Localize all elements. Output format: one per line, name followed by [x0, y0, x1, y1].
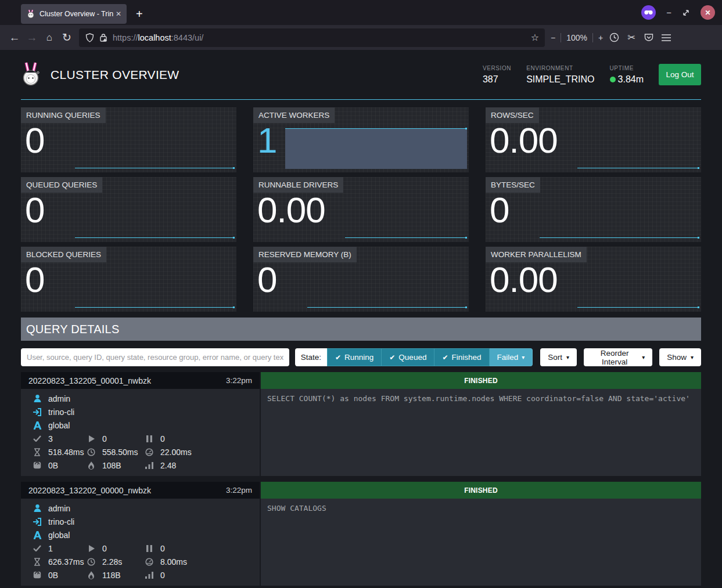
wall-time: 626.37ms	[48, 557, 84, 567]
url-text[interactable]: https://localhost:8443/ui/	[113, 33, 531, 42]
completed-splits: 1	[48, 544, 53, 553]
filter-running-button[interactable]: ✔ Running	[327, 348, 382, 366]
check-icon: ✔	[442, 353, 448, 362]
wall-time-hourglass-icon	[33, 558, 42, 566]
sort-dropdown[interactable]: Sort ▾	[540, 348, 577, 366]
query-source: trino-cli	[48, 407, 74, 417]
wall-time: 518.48ms	[48, 448, 84, 457]
wall-time-hourglass-icon	[33, 448, 42, 456]
running-splits: 0	[102, 434, 107, 443]
query-user: admin	[48, 504, 70, 513]
reload-icon[interactable]: ↻	[58, 29, 76, 46]
trino-bunny-logo	[21, 62, 41, 88]
completed-splits-icon	[33, 435, 42, 442]
trino-page: CLUSTER OVERVIEW VERSION 387 ENVIRONMENT…	[0, 50, 722, 588]
chevron-down-icon: ▾	[691, 354, 694, 360]
browser-tab[interactable]: Cluster Overview - Trino ✕	[21, 4, 127, 24]
private-browsing-icon	[641, 5, 656, 20]
show-dropdown[interactable]: Show ▾	[659, 348, 701, 366]
forward-icon[interactable]: →	[23, 29, 41, 46]
resource-group-icon	[33, 421, 42, 430]
filter-finished-button[interactable]: ✔ Finished	[434, 348, 489, 366]
environment-info: ENVIRONMENT SIMPLE_TRINO	[526, 65, 594, 85]
completed-splits-icon	[33, 545, 42, 551]
environment-value: SIMPLE_TRINO	[526, 74, 594, 85]
cumulative-memory: 0	[160, 571, 165, 580]
queued-splits: 0	[160, 434, 165, 443]
cpu-time: 8.00ms	[160, 557, 187, 567]
window-restore-button[interactable]	[682, 9, 690, 17]
page-title: CLUSTER OVERVIEW	[51, 68, 179, 82]
sparkline	[345, 237, 467, 238]
sparkline	[75, 168, 235, 168]
history-clock-icon[interactable]	[605, 29, 623, 46]
filter-failed-dropdown[interactable]: Failed ▾	[490, 348, 533, 366]
peak-memory-flame-icon	[87, 571, 96, 579]
query-details-header: QUERY DETAILS	[21, 318, 701, 341]
query-time: 3:22pm	[226, 376, 252, 385]
current-memory: 0B	[48, 571, 58, 580]
sparkline	[75, 237, 235, 238]
zoom-level[interactable]: 100%	[566, 33, 587, 42]
completed-splits: 3	[48, 434, 53, 443]
stat-card-rows-sec: ROWS/SEC 0.00	[486, 107, 701, 172]
peak-memory: 108B	[102, 461, 121, 470]
tab-close-icon[interactable]: ✕	[116, 10, 121, 18]
sparkline	[307, 307, 467, 308]
uptime-status-dot	[610, 77, 616, 82]
source-icon	[33, 518, 42, 526]
uptime-info: UPTIME 3.84m	[610, 65, 644, 85]
menu-hamburger-icon[interactable]	[658, 29, 675, 46]
query-id-link[interactable]: 20220823_132205_00001_nwbzk	[28, 376, 151, 385]
query-text: SELECT COUNT(*) as nodes FROM system.run…	[261, 389, 701, 476]
screenshot-scissors-icon[interactable]: ✂	[623, 29, 640, 46]
logout-button[interactable]: Log Out	[659, 64, 701, 85]
query-search-input[interactable]	[21, 348, 289, 366]
query-user: admin	[48, 394, 70, 403]
tab-bar: Cluster Overview - Trino ✕ + − ✕	[0, 0, 722, 25]
bookmark-star-icon[interactable]: ☆	[531, 32, 539, 43]
cpu-time-gauge-icon	[145, 558, 154, 566]
peak-memory-flame-icon	[87, 461, 96, 470]
zoom-out-button[interactable]: −	[551, 33, 555, 42]
stat-card-runnable-drivers: RUNNABLE DRIVERS 0.00	[253, 177, 469, 242]
pocket-icon[interactable]	[640, 29, 658, 46]
cpu-time: 22.00ms	[160, 448, 192, 457]
total-time-clock-icon	[87, 558, 96, 566]
current-memory-icon	[33, 461, 42, 469]
queued-splits-icon	[145, 545, 154, 552]
zoom-in-button[interactable]: +	[598, 33, 603, 42]
current-memory: 0B	[48, 461, 58, 470]
peak-memory: 118B	[102, 571, 121, 580]
query-source: trino-cli	[48, 517, 74, 526]
filter-queued-button[interactable]: ✔ Queued	[382, 348, 434, 366]
new-tab-button[interactable]: +	[136, 8, 143, 21]
uptime-value: 3.84m	[618, 74, 644, 85]
running-splits: 0	[102, 544, 107, 553]
query-row: 20220823_132202_00000_nwbzk 3:22pm FINIS…	[21, 482, 701, 586]
cumulative-memory: 2.48	[160, 461, 176, 470]
address-bar[interactable]: https://localhost:8443/ui/ ☆	[79, 28, 545, 47]
total-time: 2.28s	[102, 557, 122, 567]
sparkline	[577, 168, 699, 168]
home-icon[interactable]: ⌂	[41, 29, 58, 46]
browser-chrome: Cluster Overview - Trino ✕ + − ✕ ← → ⌂ ↻	[0, 0, 722, 50]
reorder-interval-dropdown[interactable]: Reorder Interval ▾	[584, 348, 652, 366]
user-icon	[33, 504, 42, 513]
sparkline	[577, 307, 699, 308]
total-time: 558.50ms	[102, 448, 138, 457]
sparkline	[75, 307, 235, 308]
check-icon: ✔	[335, 353, 341, 362]
stat-card-queued-queries: QUEUED QUERIES 0	[21, 177, 236, 242]
back-icon[interactable]: ←	[6, 29, 23, 46]
query-id-link[interactable]: 20220823_132202_00000_nwbzk	[28, 486, 151, 495]
query-row: 20220823_132205_00001_nwbzk 3:22pm FINIS…	[21, 372, 701, 476]
window-close-button[interactable]: ✕	[701, 5, 715, 20]
state-label: State:	[295, 348, 327, 366]
shield-icon[interactable]	[85, 33, 94, 42]
window-minimize-button[interactable]: −	[666, 8, 671, 17]
lock-warning-icon[interactable]	[99, 33, 108, 42]
cpu-time-gauge-icon	[145, 448, 154, 456]
cumulative-memory-chart-icon	[145, 462, 154, 469]
chevron-down-icon: ▾	[642, 354, 645, 360]
